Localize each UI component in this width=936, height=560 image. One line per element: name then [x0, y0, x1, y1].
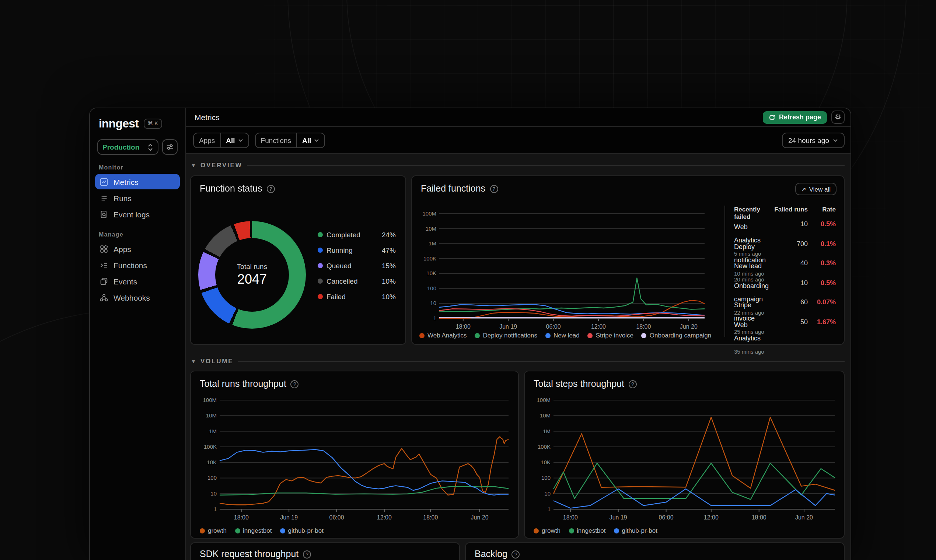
refresh-icon	[769, 114, 775, 120]
help-icon[interactable]: ?	[512, 550, 520, 558]
help-icon[interactable]: ?	[629, 380, 637, 388]
function-status-donut: Total runs 2047	[198, 221, 306, 329]
chevron-down-icon	[833, 138, 838, 142]
grid-icon	[100, 244, 108, 253]
sidebar-item-runs[interactable]: Runs	[95, 190, 180, 206]
app-window: inngest ⌘ K Production MonitorMetricsRun…	[89, 108, 851, 560]
status-legend-row: Completed24%	[318, 227, 396, 242]
filter-button[interactable]	[162, 139, 178, 155]
functions-filter: Functions All	[255, 132, 325, 148]
column-header-failed-runs: Failed runs	[772, 206, 808, 220]
legend-item-web-analytics: Web Analytics	[419, 332, 466, 339]
legend-item-growth: growth	[200, 527, 226, 534]
gear-icon: ⚙	[834, 114, 841, 121]
column-header-rate: Rate	[808, 206, 836, 220]
failed-function-row[interactable]: Onboarding campaign22 mins ago100.5%	[734, 277, 836, 297]
failed-function-row[interactable]: Web Analytics5 mins ago100.5%	[734, 219, 836, 238]
help-icon[interactable]: ?	[291, 380, 299, 388]
total-steps-title: Total steps throughput	[534, 379, 624, 389]
legend-item-inngestbot: inngestbot	[235, 527, 272, 534]
total-runs-title: Total runs throughput	[200, 379, 286, 389]
chart-line-icon	[100, 177, 108, 186]
failed-functions-chart: 100M10M1M100K10K10010118:00Jun 1906:0012…	[418, 210, 707, 340]
svg-text:10K: 10K	[207, 459, 217, 465]
legend-dot	[318, 294, 323, 299]
apps-filter-value[interactable]: All	[221, 133, 248, 147]
svg-text:18:00: 18:00	[636, 323, 651, 330]
legend-dot	[534, 528, 539, 533]
donut-center-value: 2047	[237, 272, 267, 288]
sidebar-item-events[interactable]: Events	[95, 273, 180, 289]
sidebar-item-webhooks[interactable]: Webhooks	[95, 289, 180, 305]
main-panel: Metrics Refresh page ⚙ Apps All	[186, 108, 850, 560]
function-list-icon	[100, 260, 108, 269]
sdk-request-title: SDK request throughput	[200, 549, 299, 559]
svg-text:12:00: 12:00	[591, 323, 606, 330]
function-status-legend: Completed24%Running47%Queued15%Cancelled…	[318, 227, 396, 304]
apps-filter-label: Apps	[194, 132, 221, 148]
inngest-logo: inngest	[99, 117, 139, 131]
time-range-selector[interactable]: 24 hours ago	[782, 132, 845, 148]
svg-text:18:00: 18:00	[563, 514, 578, 521]
apps-filter: Apps All	[193, 132, 249, 148]
chevron-down-icon	[314, 138, 319, 142]
content-area: ▼ OVERVIEW Function status ? Total runs	[186, 154, 850, 560]
collapse-chevron-icon[interactable]: ▼	[191, 358, 196, 364]
settings-button[interactable]: ⚙	[831, 111, 845, 124]
failed-function-row[interactable]: Deploy notification10 mins ago7000.1%	[734, 238, 836, 258]
legend-item-inngestbot: inngestbot	[569, 527, 605, 534]
svg-text:06:00: 06:00	[546, 323, 561, 330]
legend-dot	[419, 333, 425, 338]
total-runs-throughput-card: Total runs throughput ? 100M10M1M100K10K…	[190, 371, 519, 538]
legend-dot	[569, 528, 574, 533]
status-legend-row: Running47%	[318, 242, 396, 258]
failed-function-row[interactable]: Web Analytics35 mins ago501.67%	[734, 317, 836, 336]
legend-dot	[200, 528, 205, 533]
legend-item-new-lead: New lead	[545, 332, 580, 339]
functions-filter-value[interactable]: All	[297, 133, 324, 147]
legend-dot	[318, 232, 323, 237]
svg-text:Jun 19: Jun 19	[499, 323, 517, 330]
sidebar-item-apps[interactable]: Apps	[95, 241, 180, 257]
view-all-button[interactable]: ↗ View all	[795, 183, 836, 195]
donut-center-label: Total runs	[237, 262, 267, 271]
command-k-shortcut[interactable]: ⌘ K	[144, 119, 162, 129]
help-icon[interactable]: ?	[490, 185, 498, 193]
svg-text:100: 100	[541, 474, 551, 481]
filters-bar: Apps All Functions All 24 hours ago	[186, 127, 850, 154]
collapse-chevron-icon[interactable]: ▼	[191, 163, 196, 168]
svg-text:100K: 100K	[204, 443, 217, 450]
legend-item-growth: growth	[534, 527, 560, 534]
status-legend-row: Cancelled10%	[318, 273, 396, 289]
failed-function-row[interactable]: Stripe invoice25 mins ago600.07%	[734, 297, 836, 317]
svg-text:06:00: 06:00	[659, 514, 674, 521]
environment-selector[interactable]: Production	[97, 139, 159, 155]
legend-item-onboarding-campaign: Onboarding campaign	[642, 332, 711, 339]
help-icon[interactable]: ?	[267, 185, 275, 193]
svg-text:100M: 100M	[537, 397, 551, 403]
svg-text:100: 100	[208, 474, 217, 481]
sidebar-item-metrics[interactable]: Metrics	[95, 174, 180, 189]
chat-squares-icon	[100, 277, 108, 286]
sidebar-section-label: Manage	[99, 231, 176, 238]
svg-text:10: 10	[430, 300, 436, 306]
sidebar-item-functions[interactable]: Functions	[95, 257, 180, 272]
legend-dot	[475, 333, 480, 338]
legend-dot	[280, 528, 285, 533]
svg-text:100K: 100K	[538, 443, 551, 450]
sidebar-item-event-logs[interactable]: Event logs	[95, 206, 180, 222]
legend-dot	[588, 333, 593, 338]
svg-text:1: 1	[548, 506, 551, 512]
svg-text:100M: 100M	[422, 210, 436, 217]
failed-function-row[interactable]: New lead20 mins ago400.3%	[734, 258, 836, 277]
sliders-icon	[166, 143, 174, 151]
refresh-page-button[interactable]: Refresh page	[763, 111, 827, 123]
doc-search-icon	[100, 210, 108, 218]
webhook-icon	[100, 293, 108, 302]
overview-section-label: OVERVIEW	[200, 162, 242, 169]
help-icon[interactable]: ?	[303, 550, 311, 558]
legend-item-github-pr-bot: github-pr-bot	[614, 527, 657, 534]
arrow-up-right-icon: ↗	[801, 185, 806, 193]
sidebar: inngest ⌘ K Production MonitorMetricsRun…	[90, 108, 186, 560]
svg-text:Jun 19: Jun 19	[280, 514, 298, 521]
